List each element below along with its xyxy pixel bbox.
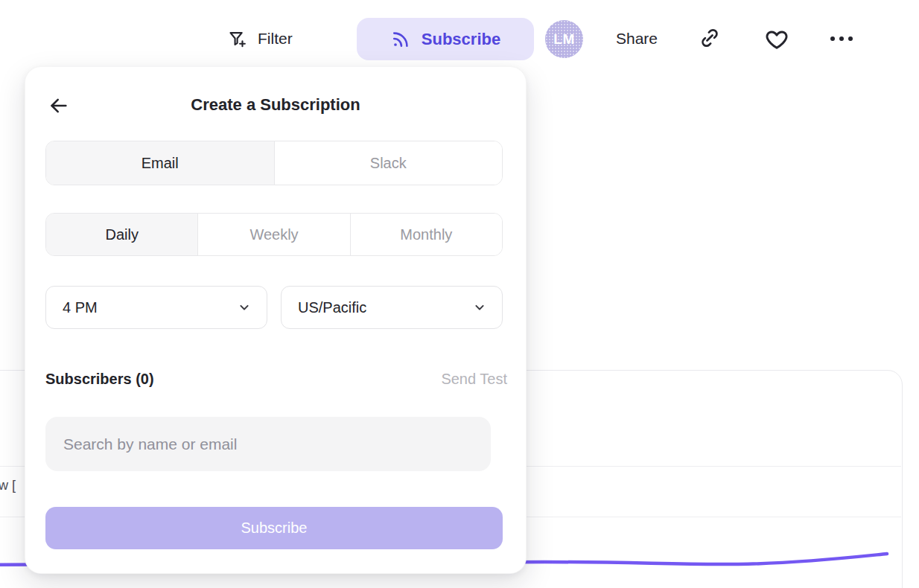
timezone-select-value: US/Pacific (298, 299, 366, 316)
tab-slack[interactable]: Slack (274, 141, 503, 185)
timezone-select[interactable]: US/Pacific (281, 286, 503, 329)
subscribe-label: Subscribe (422, 30, 500, 49)
subscribers-row: Subscribers (0) Send Test (45, 367, 507, 391)
tab-weekly[interactable]: Weekly (197, 214, 349, 255)
favorite-button[interactable] (763, 25, 790, 52)
share-label: Share (616, 30, 658, 48)
tab-daily[interactable]: Daily (46, 214, 197, 255)
filter-button[interactable]: Filter (227, 22, 293, 55)
avatar-initials: LM (553, 31, 574, 48)
filter-label: Filter (258, 30, 293, 48)
clipped-background-text: w [ (0, 478, 16, 493)
tab-email[interactable]: Email (46, 141, 274, 185)
popover-title: Create a Subscription (25, 89, 526, 121)
send-test-button[interactable]: Send Test (441, 367, 507, 391)
chevron-down-icon (237, 300, 252, 315)
tab-daily-label: Daily (105, 226, 138, 243)
frequency-tabs: Daily Weekly Monthly (45, 213, 503, 256)
link-icon (697, 25, 722, 51)
tab-slack-label: Slack (370, 155, 407, 172)
time-select-value: 4 PM (63, 299, 98, 316)
share-button[interactable]: Share (616, 22, 658, 55)
chevron-down-icon (472, 300, 487, 315)
subscribe-submit-button[interactable]: Subscribe (45, 507, 503, 549)
time-select[interactable]: 4 PM (45, 286, 267, 329)
tab-email-label: Email (141, 155, 179, 172)
rss-icon (390, 29, 411, 50)
tab-monthly[interactable]: Monthly (350, 214, 502, 255)
subscribers-count-label: Subscribers (0) (45, 371, 154, 387)
tab-weekly-label: Weekly (249, 226, 298, 243)
subscribe-toolbar-button[interactable]: Subscribe (357, 18, 534, 60)
subscriber-search-input[interactable] (45, 417, 491, 471)
user-avatar[interactable]: LM (545, 20, 583, 58)
filter-icon (227, 29, 247, 49)
schedule-row: 4 PM US/Pacific (45, 286, 503, 329)
copy-link-button[interactable] (697, 25, 722, 51)
ellipsis-icon (827, 30, 856, 48)
popover-header: Create a Subscription (25, 89, 526, 121)
more-options-button[interactable] (827, 30, 856, 48)
create-subscription-popover: Create a Subscription Email Slack Daily … (25, 66, 527, 574)
heart-icon (763, 25, 790, 52)
tab-monthly-label: Monthly (400, 226, 452, 243)
channel-tabs: Email Slack (45, 141, 503, 185)
